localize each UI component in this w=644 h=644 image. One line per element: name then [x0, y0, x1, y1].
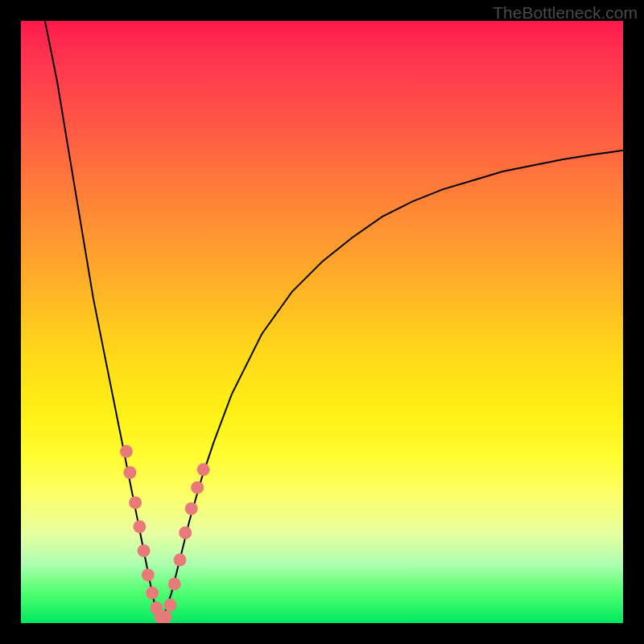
right-curve	[159, 151, 623, 621]
marker-dot	[164, 599, 177, 612]
marker-dot	[138, 544, 151, 557]
marker-dot	[142, 568, 155, 581]
marker-dot	[123, 466, 136, 479]
marker-group	[120, 445, 210, 623]
marker-dot	[129, 496, 142, 509]
marker-dot	[191, 481, 204, 494]
marker-dot	[133, 520, 146, 533]
marker-dot	[179, 526, 192, 539]
marker-dot	[146, 587, 159, 600]
marker-dot	[174, 554, 187, 567]
marker-dot	[197, 463, 210, 476]
marker-dot	[120, 445, 133, 458]
marker-dot	[185, 502, 198, 515]
curve-group	[45, 21, 623, 620]
watermark-text: TheBottleneck.com	[493, 3, 638, 23]
marker-dot	[168, 577, 181, 590]
chart-svg	[21, 21, 623, 623]
chart-plot-area	[21, 21, 623, 623]
marker-dot	[159, 611, 172, 624]
